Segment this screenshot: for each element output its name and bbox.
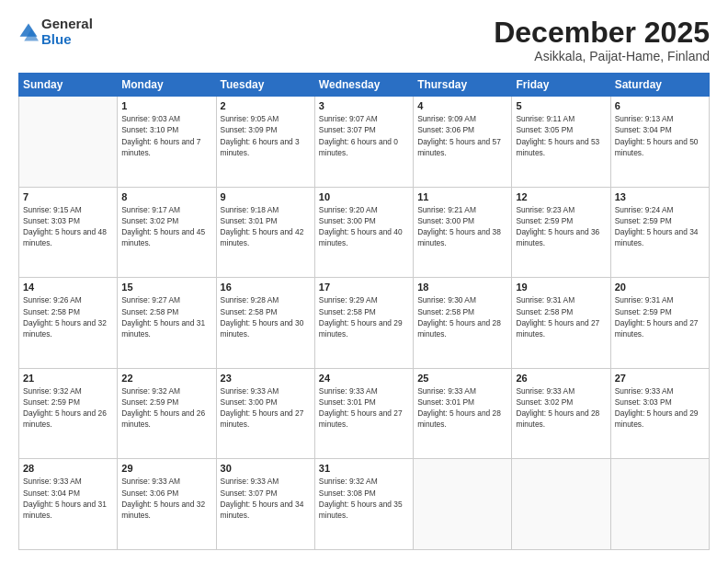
cell-info: Sunrise: 9:27 AMSunset: 2:58 PMDaylight:… (121, 294, 211, 339)
day-number: 16 (221, 282, 311, 293)
day-number: 7 (23, 191, 113, 202)
cell-info: Sunrise: 9:33 AMSunset: 3:01 PMDaylight:… (319, 385, 409, 431)
table-row: 17Sunrise: 9:29 AMSunset: 2:58 PMDayligh… (314, 278, 413, 369)
table-row: 16Sunrise: 9:28 AMSunset: 2:58 PMDayligh… (216, 278, 314, 369)
table-row: 19Sunrise: 9:31 AMSunset: 2:58 PMDayligh… (512, 278, 610, 369)
table-row: 30Sunrise: 9:33 AMSunset: 3:07 PMDayligh… (216, 459, 314, 550)
table-row: 29Sunrise: 9:33 AMSunset: 3:06 PMDayligh… (118, 459, 216, 550)
month-title: December 2025 (494, 17, 710, 49)
cell-info: Sunrise: 9:17 AMSunset: 3:02 PMDaylight:… (121, 204, 211, 249)
cell-info: Sunrise: 9:31 AMSunset: 2:59 PMDaylight:… (615, 294, 705, 339)
table-row: 2Sunrise: 9:05 AMSunset: 3:09 PMDaylight… (216, 97, 314, 188)
day-number: 30 (221, 463, 311, 474)
cell-info: Sunrise: 9:33 AMSunset: 3:01 PMDaylight:… (417, 385, 507, 431)
title-block: December 2025 Asikkala, Paijat-Hame, Fin… (494, 17, 710, 63)
col-sunday: Sunday (19, 74, 118, 97)
table-row (610, 459, 709, 550)
cell-info: Sunrise: 9:33 AMSunset: 3:03 PMDaylight:… (615, 385, 705, 431)
table-row: 1Sunrise: 9:03 AMSunset: 3:10 PMDaylight… (118, 97, 216, 188)
table-row: 11Sunrise: 9:21 AMSunset: 3:00 PMDayligh… (414, 187, 512, 278)
day-number: 20 (615, 282, 705, 293)
logo-icon (18, 22, 39, 42)
calendar-page: General Blue December 2025 Asikkala, Pai… (0, 0, 728, 563)
day-number: 13 (615, 191, 705, 202)
table-row: 14Sunrise: 9:26 AMSunset: 2:58 PMDayligh… (19, 278, 118, 369)
cell-info: Sunrise: 9:32 AMSunset: 2:59 PMDaylight:… (121, 385, 211, 431)
cell-info: Sunrise: 9:20 AMSunset: 3:00 PMDaylight:… (319, 204, 409, 249)
day-number: 3 (319, 100, 409, 111)
cell-info: Sunrise: 9:30 AMSunset: 2:58 PMDaylight:… (417, 294, 507, 339)
logo-blue-text: Blue (41, 31, 72, 47)
day-number: 31 (319, 463, 409, 474)
day-number: 25 (417, 373, 507, 384)
table-row: 27Sunrise: 9:33 AMSunset: 3:03 PMDayligh… (610, 368, 709, 459)
day-number: 1 (121, 100, 211, 111)
table-row: 24Sunrise: 9:33 AMSunset: 3:01 PMDayligh… (314, 368, 413, 459)
table-row: 22Sunrise: 9:32 AMSunset: 2:59 PMDayligh… (118, 368, 216, 459)
day-number: 29 (121, 463, 211, 474)
cell-info: Sunrise: 9:03 AMSunset: 3:10 PMDaylight:… (121, 113, 211, 158)
col-tuesday: Tuesday (216, 74, 314, 97)
table-row: 21Sunrise: 9:32 AMSunset: 2:59 PMDayligh… (19, 368, 118, 459)
day-number: 23 (221, 373, 311, 384)
table-row: 18Sunrise: 9:30 AMSunset: 2:58 PMDayligh… (414, 278, 512, 369)
cell-info: Sunrise: 9:24 AMSunset: 2:59 PMDaylight:… (615, 204, 705, 249)
day-number: 15 (121, 282, 211, 293)
table-row: 9Sunrise: 9:18 AMSunset: 3:01 PMDaylight… (216, 187, 314, 278)
cell-info: Sunrise: 9:33 AMSunset: 3:04 PMDaylight:… (23, 476, 113, 521)
day-number: 9 (221, 191, 311, 202)
col-saturday: Saturday (610, 74, 709, 97)
table-row: 8Sunrise: 9:17 AMSunset: 3:02 PMDaylight… (118, 187, 216, 278)
calendar-week-row: 14Sunrise: 9:26 AMSunset: 2:58 PMDayligh… (19, 278, 710, 369)
day-number: 12 (516, 191, 606, 202)
weekday-header-row: Sunday Monday Tuesday Wednesday Thursday… (19, 74, 710, 97)
cell-info: Sunrise: 9:32 AMSunset: 2:59 PMDaylight:… (23, 385, 113, 431)
cell-info: Sunrise: 9:33 AMSunset: 3:06 PMDaylight:… (121, 476, 211, 521)
day-number: 14 (23, 282, 113, 293)
day-number: 11 (417, 191, 507, 202)
table-row: 4Sunrise: 9:09 AMSunset: 3:06 PMDaylight… (414, 97, 512, 188)
day-number: 10 (319, 191, 409, 202)
logo-general-text: General (41, 16, 93, 31)
header: General Blue December 2025 Asikkala, Pai… (18, 17, 710, 63)
cell-info: Sunrise: 9:07 AMSunset: 3:07 PMDaylight:… (319, 113, 409, 158)
table-row: 13Sunrise: 9:24 AMSunset: 2:59 PMDayligh… (610, 187, 709, 278)
table-row: 31Sunrise: 9:32 AMSunset: 3:08 PMDayligh… (314, 459, 413, 550)
col-wednesday: Wednesday (314, 74, 413, 97)
cell-info: Sunrise: 9:05 AMSunset: 3:09 PMDaylight:… (221, 113, 311, 158)
table-row (414, 459, 512, 550)
cell-info: Sunrise: 9:31 AMSunset: 2:58 PMDaylight:… (516, 294, 606, 339)
day-number: 27 (615, 373, 705, 384)
location: Asikkala, Paijat-Hame, Finland (494, 49, 710, 63)
table-row: 20Sunrise: 9:31 AMSunset: 2:59 PMDayligh… (610, 278, 709, 369)
table-row: 15Sunrise: 9:27 AMSunset: 2:58 PMDayligh… (118, 278, 216, 369)
calendar-week-row: 1Sunrise: 9:03 AMSunset: 3:10 PMDaylight… (19, 97, 710, 188)
cell-info: Sunrise: 9:26 AMSunset: 2:58 PMDaylight:… (23, 294, 113, 339)
cell-info: Sunrise: 9:18 AMSunset: 3:01 PMDaylight:… (221, 204, 311, 249)
calendar-body: 1Sunrise: 9:03 AMSunset: 3:10 PMDaylight… (19, 97, 710, 550)
day-number: 19 (516, 282, 606, 293)
day-number: 22 (121, 373, 211, 384)
day-number: 21 (23, 373, 113, 384)
cell-info: Sunrise: 9:29 AMSunset: 2:58 PMDaylight:… (319, 294, 409, 339)
cell-info: Sunrise: 9:21 AMSunset: 3:00 PMDaylight:… (417, 204, 507, 249)
table-row: 7Sunrise: 9:15 AMSunset: 3:03 PMDaylight… (19, 187, 118, 278)
calendar-week-row: 7Sunrise: 9:15 AMSunset: 3:03 PMDaylight… (19, 187, 710, 278)
cell-info: Sunrise: 9:11 AMSunset: 3:05 PMDaylight:… (516, 113, 606, 158)
table-row: 25Sunrise: 9:33 AMSunset: 3:01 PMDayligh… (414, 368, 512, 459)
table-row (19, 97, 118, 188)
calendar-week-row: 28Sunrise: 9:33 AMSunset: 3:04 PMDayligh… (19, 459, 710, 550)
cell-info: Sunrise: 9:13 AMSunset: 3:04 PMDaylight:… (615, 113, 705, 158)
day-number: 6 (615, 100, 705, 111)
cell-info: Sunrise: 9:23 AMSunset: 2:59 PMDaylight:… (516, 204, 606, 249)
table-row: 23Sunrise: 9:33 AMSunset: 3:00 PMDayligh… (216, 368, 314, 459)
logo: General Blue (18, 17, 93, 47)
calendar-header: Sunday Monday Tuesday Wednesday Thursday… (19, 74, 710, 97)
day-number: 17 (319, 282, 409, 293)
day-number: 18 (417, 282, 507, 293)
table-row: 10Sunrise: 9:20 AMSunset: 3:00 PMDayligh… (314, 187, 413, 278)
table-row: 5Sunrise: 9:11 AMSunset: 3:05 PMDaylight… (512, 97, 610, 188)
table-row: 12Sunrise: 9:23 AMSunset: 2:59 PMDayligh… (512, 187, 610, 278)
col-monday: Monday (118, 74, 216, 97)
col-thursday: Thursday (414, 74, 512, 97)
